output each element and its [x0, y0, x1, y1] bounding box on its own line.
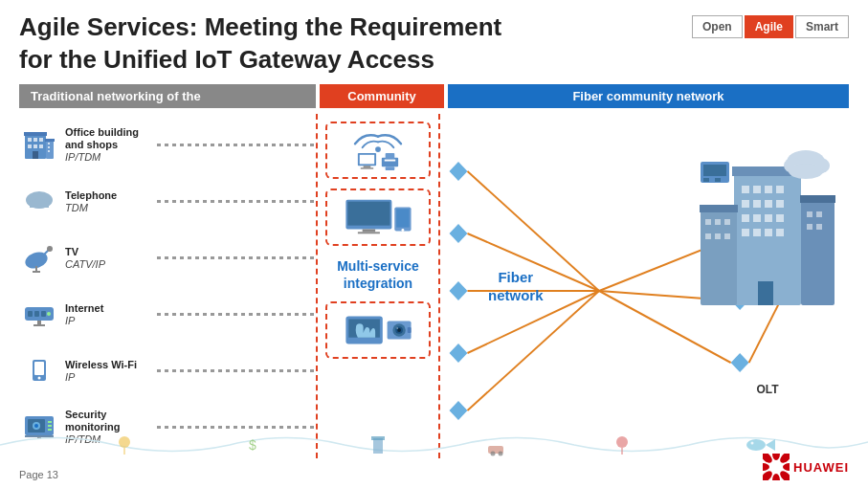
section-headers: Traditional networking of the Community …: [19, 84, 849, 108]
svg-rect-8: [33, 151, 38, 159]
svg-point-146: [763, 454, 774, 465]
svg-rect-38: [48, 429, 52, 431]
multiservice-label: Multi-service integration: [337, 257, 419, 292]
svg-rect-111: [715, 233, 721, 239]
svg-rect-36: [48, 421, 52, 423]
svg-rect-110: [705, 233, 711, 239]
svg-rect-96: [742, 214, 749, 222]
telephone-cable: [157, 198, 316, 204]
svg-rect-1: [24, 132, 47, 136]
tag-group: Open Agile Smart: [692, 15, 849, 38]
svg-rect-99: [776, 214, 784, 222]
svg-point-143: [772, 474, 780, 480]
svg-rect-42: [25, 435, 54, 437]
svg-rect-47: [361, 167, 373, 168]
svg-rect-89: [753, 186, 761, 193]
svg-rect-2: [28, 138, 32, 142]
svg-rect-11: [48, 146, 50, 148]
tv-label: TV CATV/IP: [65, 246, 151, 270]
svg-rect-51: [386, 166, 395, 170]
security-icon: [19, 407, 59, 447]
svg-rect-125: [703, 178, 709, 182]
svg-rect-88: [742, 186, 749, 193]
page-title: Agile Services: Meeting the Requirement …: [19, 11, 501, 77]
svg-rect-102: [765, 229, 772, 236]
svg-rect-55: [358, 232, 380, 233]
svg-rect-126: [715, 178, 721, 182]
svg-point-139: [772, 454, 780, 460]
service-row-wifi: Wireless Wi-Fi IP: [19, 347, 316, 394]
service-row-tv: TV CATV/IP: [19, 234, 316, 281]
main-content: Office building and shops IP/TDM Telepho…: [19, 114, 849, 458]
svg-rect-107: [705, 219, 711, 225]
page-number: Page 13: [19, 469, 58, 480]
svg-rect-114: [800, 195, 835, 203]
svg-rect-100: [742, 229, 749, 236]
page-header: Agile Services: Meeting the Requirement …: [0, 0, 868, 84]
fiber-header: Fiber community network: [448, 84, 849, 108]
svg-rect-112: [724, 233, 730, 239]
security-label: Security monitoring IP/TDM: [65, 409, 151, 445]
svg-rect-109: [724, 219, 730, 225]
svg-rect-57: [396, 209, 409, 227]
service-row-internet: Internet IP: [19, 291, 316, 338]
svg-rect-25: [28, 311, 33, 317]
svg-marker-68: [449, 224, 467, 243]
svg-rect-101: [753, 229, 761, 236]
svg-rect-6: [33, 144, 37, 148]
svg-marker-71: [449, 401, 467, 420]
wifi-cable: [157, 367, 316, 373]
svg-point-33: [38, 377, 41, 380]
svg-rect-46: [364, 166, 371, 167]
svg-rect-10: [48, 143, 50, 144]
tag-open: Open: [692, 15, 743, 38]
service-row-office: Office building and shops IP/TDM: [19, 122, 316, 168]
svg-point-65: [396, 327, 398, 329]
svg-point-142: [778, 469, 790, 480]
svg-rect-5: [28, 144, 32, 148]
svg-rect-53: [347, 201, 389, 225]
svg-rect-4: [39, 138, 43, 142]
office-cable: [157, 142, 316, 147]
svg-point-122: [789, 164, 823, 179]
svg-rect-97: [753, 214, 761, 222]
svg-rect-116: [816, 211, 822, 217]
svg-rect-54: [363, 229, 375, 232]
svg-rect-118: [816, 224, 822, 230]
svg-rect-48: [382, 157, 398, 166]
huawei-flower-icon: [763, 454, 790, 480]
community-box-bottom: [325, 301, 431, 359]
svg-rect-98: [765, 214, 772, 222]
svg-rect-3: [33, 138, 37, 142]
svg-rect-30: [33, 324, 45, 326]
svg-point-43: [375, 146, 381, 152]
wifi-label: Wireless Wi-Fi IP: [65, 359, 151, 383]
svg-rect-50: [386, 152, 395, 158]
svg-point-140: [778, 454, 790, 465]
svg-rect-108: [715, 219, 721, 225]
svg-rect-13: [45, 139, 55, 142]
svg-line-76: [467, 291, 599, 410]
svg-marker-67: [449, 162, 467, 181]
community-box-top: [325, 122, 431, 179]
traditional-header: Traditional networking of the: [19, 84, 316, 108]
svg-rect-37: [48, 425, 52, 427]
title-line1: Agile Services: Meeting the Requirement: [19, 12, 501, 41]
svg-rect-18: [30, 202, 49, 208]
svg-rect-93: [753, 200, 761, 208]
service-row-telephone: Telephone TDM: [19, 178, 316, 225]
svg-rect-27: [41, 311, 46, 317]
telephone-icon: [19, 181, 59, 221]
tag-smart: Smart: [795, 15, 849, 38]
svg-point-28: [47, 312, 51, 316]
tag-agile: Agile: [745, 15, 793, 38]
internet-cable: [157, 311, 316, 317]
svg-rect-66: [408, 327, 412, 333]
svg-point-144: [763, 469, 774, 480]
svg-rect-94: [765, 200, 772, 208]
svg-rect-104: [758, 281, 773, 305]
telephone-label: Telephone TDM: [65, 189, 151, 213]
footer: Page 13: [19, 469, 58, 480]
svg-rect-12: [48, 150, 50, 152]
brand-name: HUAWEI: [793, 460, 849, 475]
